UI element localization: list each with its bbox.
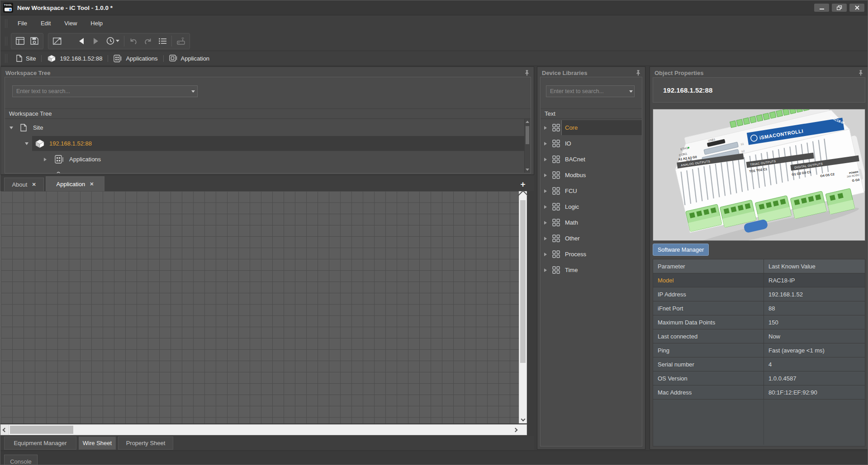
expander-closed-icon[interactable] — [544, 262, 547, 278]
workspace-search-input[interactable] — [13, 86, 188, 97]
expander-open-icon[interactable] — [9, 120, 13, 136]
menu-item-edit[interactable]: Edit — [34, 20, 57, 27]
expander-closed-icon[interactable] — [44, 167, 47, 173]
workspace-layout-button[interactable] — [13, 34, 27, 48]
tree-row-device[interactable]: 192.168.1.52:88 — [5, 136, 524, 151]
expander-closed-icon[interactable] — [544, 246, 547, 262]
menu-item-help[interactable]: Help — [84, 20, 109, 27]
workspace-tree-column-header[interactable]: Workspace Tree — [5, 108, 531, 119]
library-search-input[interactable] — [546, 86, 626, 97]
library-row-math[interactable]: Math — [541, 215, 642, 230]
expander-closed-icon[interactable] — [544, 120, 547, 136]
redo-button[interactable] — [141, 34, 155, 48]
scroll-right-icon[interactable] — [511, 425, 519, 435]
expander-open-icon[interactable] — [25, 136, 28, 151]
expander-closed-icon[interactable] — [544, 167, 547, 183]
table-row-serial-number[interactable]: Serial number 4 — [653, 357, 865, 371]
canvas-horizontal-scrollbar[interactable] — [0, 424, 527, 435]
expander-closed-icon[interactable] — [44, 151, 47, 167]
tree-row-networks[interactable]: Networks — [5, 167, 524, 173]
close-button[interactable] — [849, 4, 864, 12]
table-row-last-connected[interactable]: Last connected Now — [653, 329, 865, 343]
table-row-ifnet-port[interactable]: iFnet Port 88 — [653, 301, 865, 315]
search-dropdown-button[interactable] — [626, 90, 634, 93]
toolbar — [0, 31, 868, 51]
navigate-back-button[interactable] — [74, 34, 89, 48]
document-icon — [16, 55, 22, 62]
title-bar: TOOL New Workspace - iC Tool - 1.0.0 * — [0, 0, 868, 15]
navigate-forward-button[interactable] — [89, 34, 103, 48]
workspace-tree-body: Workspace Tree Site — [5, 77, 531, 174]
toolbar-grip[interactable] — [5, 37, 7, 46]
scrollbar-thumb[interactable] — [520, 200, 526, 363]
scroll-down-icon[interactable] — [519, 415, 526, 423]
new-tab-button[interactable]: + — [518, 179, 528, 189]
table-row-os-version[interactable]: OS Version 1.0.0.4587 — [653, 371, 865, 385]
tab-equipment-manager[interactable]: Equipment Manager — [4, 437, 76, 450]
expander-closed-icon[interactable] — [544, 199, 547, 215]
expander-closed-icon[interactable] — [544, 183, 547, 199]
search-dropdown-button[interactable] — [188, 90, 197, 93]
library-column-header[interactable]: Text — [541, 108, 642, 119]
library-row-logic[interactable]: Logic — [541, 199, 642, 215]
close-tab-icon[interactable]: ✕ — [32, 182, 36, 188]
tab-wire-sheet[interactable]: Wire Sheet — [79, 437, 116, 450]
minimize-button[interactable] — [814, 4, 829, 12]
menu-item-view[interactable]: View — [57, 20, 84, 27]
pin-icon[interactable] — [636, 70, 640, 76]
breadcrumb-item-application[interactable]: Application — [164, 55, 215, 62]
action-list-button[interactable] — [155, 34, 170, 48]
tree-row-applications[interactable]: Applications — [5, 151, 524, 167]
library-row-time[interactable]: Time — [541, 262, 642, 278]
breadcrumb-grip[interactable] — [5, 54, 7, 63]
canvas-vertical-scrollbar[interactable] — [519, 191, 527, 423]
breadcrumb-item-device[interactable]: 192.168.1.52:88 — [42, 54, 108, 62]
software-manager-button[interactable]: Software Manager — [653, 244, 709, 256]
scroll-down-icon[interactable] — [525, 167, 530, 173]
expander-closed-icon[interactable] — [544, 151, 547, 167]
console-button[interactable]: Console — [4, 455, 38, 465]
wiresheet-button[interactable] — [50, 34, 64, 48]
library-row-io[interactable]: IO — [541, 136, 642, 151]
breadcrumb-item-site[interactable]: Site — [11, 55, 41, 62]
tab-property-sheet[interactable]: Property Sheet — [118, 437, 173, 450]
workspace-tree-scrollbar[interactable] — [524, 119, 530, 173]
scrollbar-thumb[interactable] — [526, 126, 529, 144]
save-workspace-button[interactable] — [27, 34, 42, 48]
library-row-core[interactable]: Core — [541, 120, 642, 136]
table-row-ip-address[interactable]: IP Address 192.168.1.52 — [653, 287, 865, 301]
menu-item-file[interactable]: File — [11, 20, 34, 27]
breadcrumb-item-applications[interactable]: Applications — [108, 55, 163, 62]
close-tab-icon[interactable]: ✕ — [90, 181, 94, 187]
table-row-mac-address[interactable]: Mac Address 80:1F:12:EF:92:90 — [653, 385, 865, 399]
expander-closed-icon[interactable] — [544, 136, 547, 151]
library-grid-icon — [552, 151, 560, 167]
expander-closed-icon[interactable] — [544, 215, 547, 230]
library-row-process[interactable]: Process — [541, 246, 642, 262]
scrollbar-thumb[interactable] — [10, 426, 73, 434]
pin-icon[interactable] — [525, 70, 529, 76]
table-row-ping[interactable]: Ping Fast (average <1 ms) — [653, 343, 865, 357]
library-row-modbus[interactable]: Modbus — [541, 167, 642, 183]
device-discovery-button[interactable] — [174, 34, 188, 48]
library-row-bacnet[interactable]: BACnet — [541, 151, 642, 167]
scroll-up-icon[interactable] — [525, 119, 530, 125]
tree-row-site[interactable]: Site — [5, 120, 524, 136]
table-row-model[interactable]: Model RAC18-IP — [653, 273, 865, 287]
library-row-fcu[interactable]: FCU — [541, 183, 642, 199]
save-icon — [30, 37, 38, 45]
library-row-other[interactable]: Other — [541, 230, 642, 246]
restore-button[interactable] — [832, 4, 847, 12]
tab-about[interactable]: About ✕ — [4, 178, 44, 191]
table-row-max-data-points[interactable]: Maximum Data Points 150 — [653, 315, 865, 329]
scroll-up-icon[interactable] — [519, 192, 526, 199]
wire-sheet-canvas[interactable] — [0, 191, 519, 423]
history-button[interactable] — [103, 34, 122, 48]
undo-button[interactable] — [126, 34, 141, 48]
menu-grip[interactable] — [5, 19, 7, 28]
tab-application[interactable]: Application ✕ — [46, 176, 104, 191]
pin-icon[interactable] — [859, 70, 863, 76]
expander-closed-icon[interactable] — [544, 230, 547, 246]
scroll-left-icon[interactable] — [1, 425, 9, 435]
table-header-row: Parameter Last Known Value — [653, 259, 865, 273]
